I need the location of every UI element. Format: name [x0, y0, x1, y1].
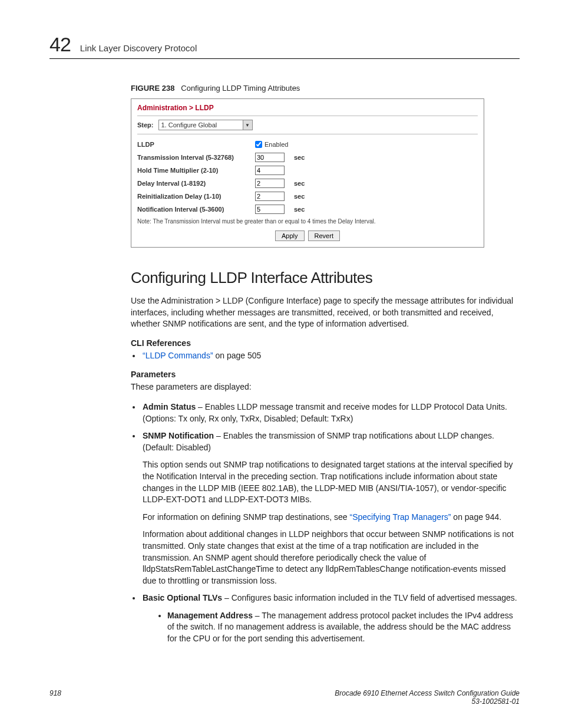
step-select-value: 1. Configure Global — [159, 121, 243, 129]
step-select[interactable]: 1. Configure Global ▼ — [158, 120, 253, 130]
figure-number: FIGURE 238 — [131, 84, 174, 93]
apply-button[interactable]: Apply — [275, 230, 305, 241]
figure-caption: FIGURE 238 Configuring LLDP Timing Attri… — [131, 84, 520, 93]
panel-breadcrumb: Administration > LLDP — [137, 104, 478, 112]
doc-title: Brocade 6910 Ethernet Access Switch Conf… — [335, 689, 520, 697]
snmp-p3-pre: For information on defining SNMP trap de… — [143, 512, 349, 522]
delay-unit: sec — [294, 180, 305, 187]
hold-time-label: Hold Time Multiplier (2-10) — [137, 167, 255, 174]
intro-paragraph: Use the Administration > LLDP (Configure… — [131, 295, 520, 330]
header-rule — [49, 58, 520, 59]
cli-references-list: “LLDP Commands” on page 505 — [141, 350, 520, 362]
snmp-p3-post: on page 944. — [451, 512, 501, 522]
lldp-label: LLDP — [137, 141, 255, 148]
doc-number: 53-1002581-01 — [335, 697, 520, 706]
reinit-delay-row: Reinitialization Delay (1-10) sec — [137, 190, 478, 203]
delay-interval-row: Delay Interval (1-8192) sec — [137, 177, 478, 190]
hold-time-input[interactable] — [255, 166, 285, 175]
basic-tlv-item: Basic Optional TLVs – Configures basic i… — [141, 592, 520, 644]
notif-interval-input[interactable] — [255, 205, 285, 214]
snmp-term: SNMP Notification — [143, 431, 214, 440]
mgmt-address-term: Management Address — [167, 611, 253, 620]
figure-caption-text: Configuring LLDP Timing Attributes — [181, 84, 300, 93]
tx-interval-label: Transmission Interval (5-32768) — [137, 154, 255, 161]
tx-unit: sec — [294, 154, 305, 161]
snmp-p3: For information on defining SNMP trap de… — [143, 512, 520, 523]
admin-status-term: Admin Status — [143, 402, 196, 411]
admin-status-item: Admin Status – Enables LLDP message tran… — [141, 401, 520, 424]
section-heading: Configuring LLDP Interface Attributes — [131, 269, 520, 287]
snmp-p2: This option sends out SNMP trap notifica… — [143, 459, 520, 505]
revert-button[interactable]: Revert — [308, 230, 340, 241]
chevron-down-icon: ▼ — [243, 120, 252, 130]
mgmt-address-item: Management Address – The management addr… — [167, 610, 520, 645]
notif-interval-label: Notification Interval (5-3600) — [137, 206, 255, 213]
specifying-trap-managers-link[interactable]: “Specifying Trap Managers” — [349, 512, 451, 522]
step-label: Step: — [137, 121, 154, 129]
delay-interval-input[interactable] — [255, 179, 285, 188]
parameters-intro: These parameters are displayed: — [131, 381, 520, 393]
config-panel: Administration > LLDP Step: 1. Configure… — [131, 98, 484, 248]
lldp-enabled-row: LLDP Enabled — [137, 138, 478, 151]
snmp-p4: Information about additional changes in … — [143, 529, 520, 587]
admin-status-text: – Enables LLDP message transmit and rece… — [143, 402, 507, 423]
panel-note: Note: The Transmission Interval must be … — [137, 218, 478, 225]
button-row: Apply Revert — [137, 230, 478, 241]
tx-interval-row: Transmission Interval (5-32768) sec — [137, 151, 478, 164]
parameters-list: Admin Status – Enables LLDP message tran… — [141, 401, 520, 645]
reinit-unit: sec — [294, 193, 305, 200]
delay-interval-label: Delay Interval (1-8192) — [137, 180, 255, 187]
basic-tlv-text: – Configures basic information included … — [222, 593, 517, 602]
tx-interval-input[interactable] — [255, 153, 285, 162]
tlv-sublist: Management Address – The management addr… — [167, 610, 520, 645]
lldp-enabled-checkbox[interactable] — [255, 141, 262, 148]
page-footer: 918 Brocade 6910 Ethernet Access Switch … — [49, 689, 520, 706]
enabled-label: Enabled — [265, 141, 288, 148]
cli-link-suffix: on page 505 — [213, 351, 262, 360]
notif-interval-row: Notification Interval (5-3600) sec — [137, 203, 478, 216]
reinit-delay-label: Reinitialization Delay (1-10) — [137, 193, 255, 200]
snmp-notification-item: SNMP Notification – Enables the transmis… — [141, 430, 520, 587]
chapter-title: Link Layer Discovery Protocol — [80, 43, 197, 53]
notif-unit: sec — [294, 206, 305, 213]
panel-divider — [137, 116, 478, 116]
parameters-heading: Parameters — [131, 370, 520, 379]
chapter-number: 42 — [49, 33, 71, 56]
hold-time-row: Hold Time Multiplier (2-10) — [137, 164, 478, 177]
page-number: 918 — [49, 689, 61, 706]
page-header: 42 Link Layer Discovery Protocol — [49, 33, 520, 56]
step-row: Step: 1. Configure Global ▼ — [137, 120, 478, 130]
lldp-commands-link[interactable]: “LLDP Commands” — [143, 351, 213, 360]
panel-divider-2 — [137, 134, 478, 134]
cli-references-heading: CLI References — [131, 338, 520, 348]
footer-right: Brocade 6910 Ethernet Access Switch Conf… — [335, 689, 520, 706]
basic-tlv-term: Basic Optional TLVs — [143, 593, 222, 602]
reinit-delay-input[interactable] — [255, 192, 285, 201]
cli-reference-item: “LLDP Commands” on page 505 — [141, 350, 520, 362]
